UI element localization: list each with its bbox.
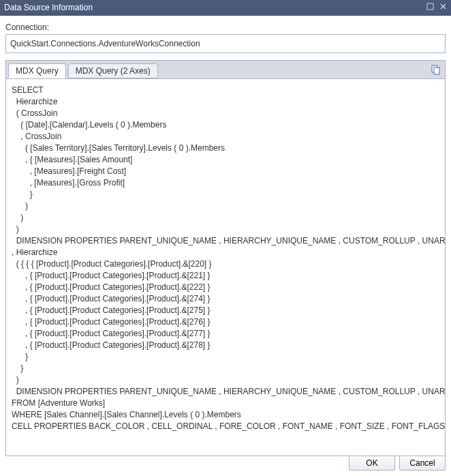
tab-strip: MDX Query MDX Query (2 Axes) bbox=[5, 60, 446, 79]
svg-rect-2 bbox=[434, 68, 439, 74]
ok-button[interactable]: OK bbox=[349, 456, 395, 471]
connection-field[interactable]: QuickStart.Connections.AdventureWorksCon… bbox=[5, 34, 446, 53]
window-controls bbox=[426, 0, 447, 15]
maximize-icon[interactable] bbox=[426, 0, 434, 15]
tab-strip-actions bbox=[430, 64, 441, 75]
tab-mdx-query-2-axes[interactable]: MDX Query (2 Axes) bbox=[68, 63, 158, 78]
copy-icon[interactable] bbox=[430, 64, 441, 75]
window-titlebar: Data Source Information bbox=[0, 0, 451, 16]
close-icon[interactable] bbox=[439, 0, 447, 15]
tab-label: MDX Query bbox=[16, 66, 59, 76]
dialog-button-row: OK Cancel bbox=[349, 456, 446, 471]
connection-value: QuickStart.Connections.AdventureWorksCon… bbox=[10, 39, 200, 48]
window-title: Data Source Information bbox=[4, 0, 93, 15]
dialog-content: Connection: QuickStart.Connections.Adven… bbox=[0, 16, 451, 456]
tab-label: MDX Query (2 Axes) bbox=[76, 66, 151, 76]
cancel-button[interactable]: Cancel bbox=[399, 456, 446, 471]
svg-rect-0 bbox=[427, 3, 433, 10]
tab-mdx-query[interactable]: MDX Query bbox=[8, 63, 66, 78]
query-text: SELECT Hierarchize ( CrossJoin ( [Date].… bbox=[12, 85, 446, 431]
query-textarea[interactable]: SELECT Hierarchize ( CrossJoin ( [Date].… bbox=[5, 78, 446, 456]
connection-label: Connection: bbox=[5, 23, 446, 32]
